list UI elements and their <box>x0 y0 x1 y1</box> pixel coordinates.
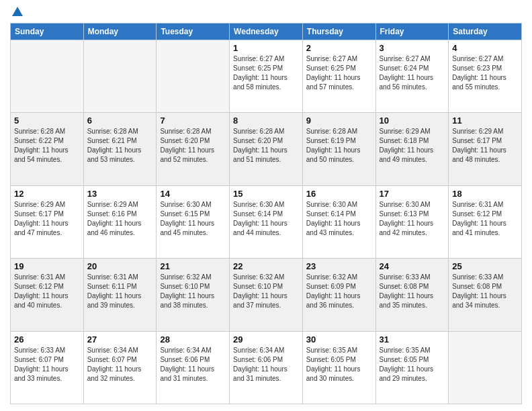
calendar-cell: 20Sunrise: 6:31 AM Sunset: 6:11 PM Dayli… <box>83 259 157 331</box>
calendar-week-row: 5Sunrise: 6:28 AM Sunset: 6:22 PM Daylig… <box>11 113 522 185</box>
day-info: Sunrise: 6:35 AM Sunset: 6:05 PM Dayligh… <box>306 346 372 383</box>
day-number: 17 <box>380 189 445 199</box>
day-number: 11 <box>452 116 518 126</box>
day-info: Sunrise: 6:32 AM Sunset: 6:10 PM Dayligh… <box>233 273 299 310</box>
calendar-cell: 19Sunrise: 6:31 AM Sunset: 6:12 PM Dayli… <box>11 259 84 331</box>
day-info: Sunrise: 6:35 AM Sunset: 6:05 PM Dayligh… <box>380 346 445 383</box>
calendar-week-row: 19Sunrise: 6:31 AM Sunset: 6:12 PM Dayli… <box>11 259 522 331</box>
day-number: 20 <box>87 261 153 271</box>
day-info: Sunrise: 6:28 AM Sunset: 6:22 PM Dayligh… <box>14 127 80 165</box>
day-info: Sunrise: 6:27 AM Sunset: 6:25 PM Dayligh… <box>306 54 372 92</box>
weekday-header-thursday: Thursday <box>302 24 375 40</box>
day-number: 16 <box>306 189 372 199</box>
logo <box>10 7 23 17</box>
calendar-cell: 25Sunrise: 6:33 AM Sunset: 6:08 PM Dayli… <box>449 259 522 331</box>
calendar-week-row: 12Sunrise: 6:29 AM Sunset: 6:17 PM Dayli… <box>11 185 522 258</box>
calendar-cell <box>157 40 230 113</box>
day-info: Sunrise: 6:30 AM Sunset: 6:15 PM Dayligh… <box>160 200 226 238</box>
calendar-cell: 11Sunrise: 6:29 AM Sunset: 6:17 PM Dayli… <box>449 113 522 185</box>
calendar-cell: 10Sunrise: 6:29 AM Sunset: 6:18 PM Dayli… <box>375 113 449 185</box>
calendar-week-row: 26Sunrise: 6:33 AM Sunset: 6:07 PM Dayli… <box>11 331 522 404</box>
day-info: Sunrise: 6:31 AM Sunset: 6:12 PM Dayligh… <box>14 273 80 310</box>
day-number: 18 <box>452 189 518 199</box>
calendar-cell: 6Sunrise: 6:28 AM Sunset: 6:21 PM Daylig… <box>83 113 157 185</box>
day-info: Sunrise: 6:28 AM Sunset: 6:21 PM Dayligh… <box>87 127 153 165</box>
weekday-header-monday: Monday <box>83 24 157 40</box>
day-info: Sunrise: 6:29 AM Sunset: 6:16 PM Dayligh… <box>87 200 153 238</box>
day-number: 6 <box>87 116 153 126</box>
calendar-cell: 1Sunrise: 6:27 AM Sunset: 6:25 PM Daylig… <box>230 40 303 113</box>
day-number: 19 <box>14 261 80 271</box>
day-info: Sunrise: 6:33 AM Sunset: 6:07 PM Dayligh… <box>14 346 80 383</box>
day-number: 12 <box>14 189 80 199</box>
day-number: 28 <box>160 334 226 345</box>
calendar-week-row: 1Sunrise: 6:27 AM Sunset: 6:25 PM Daylig… <box>11 40 522 113</box>
day-info: Sunrise: 6:34 AM Sunset: 6:07 PM Dayligh… <box>87 346 153 383</box>
calendar-cell: 30Sunrise: 6:35 AM Sunset: 6:05 PM Dayli… <box>302 331 375 404</box>
day-number: 15 <box>233 189 299 199</box>
calendar-cell: 21Sunrise: 6:32 AM Sunset: 6:10 PM Dayli… <box>157 259 230 331</box>
day-info: Sunrise: 6:31 AM Sunset: 6:12 PM Dayligh… <box>452 200 518 238</box>
calendar-cell: 9Sunrise: 6:28 AM Sunset: 6:19 PM Daylig… <box>302 113 375 185</box>
day-info: Sunrise: 6:29 AM Sunset: 6:17 PM Dayligh… <box>14 200 80 238</box>
calendar-cell: 4Sunrise: 6:27 AM Sunset: 6:23 PM Daylig… <box>449 40 522 113</box>
calendar-cell: 3Sunrise: 6:27 AM Sunset: 6:24 PM Daylig… <box>375 40 449 113</box>
weekday-header-saturday: Saturday <box>449 24 522 40</box>
calendar-cell: 14Sunrise: 6:30 AM Sunset: 6:15 PM Dayli… <box>157 185 230 258</box>
calendar-cell: 31Sunrise: 6:35 AM Sunset: 6:05 PM Dayli… <box>375 331 449 404</box>
calendar-cell: 18Sunrise: 6:31 AM Sunset: 6:12 PM Dayli… <box>449 185 522 258</box>
day-info: Sunrise: 6:30 AM Sunset: 6:14 PM Dayligh… <box>233 200 299 238</box>
calendar-cell: 22Sunrise: 6:32 AM Sunset: 6:10 PM Dayli… <box>230 259 303 331</box>
day-info: Sunrise: 6:29 AM Sunset: 6:17 PM Dayligh… <box>452 127 518 165</box>
day-number: 31 <box>380 334 445 345</box>
calendar-cell: 17Sunrise: 6:30 AM Sunset: 6:13 PM Dayli… <box>375 185 449 258</box>
logo-triangle-icon <box>12 7 23 16</box>
day-info: Sunrise: 6:30 AM Sunset: 6:14 PM Dayligh… <box>306 200 372 238</box>
calendar-cell <box>449 331 522 404</box>
day-number: 3 <box>380 43 445 53</box>
day-info: Sunrise: 6:28 AM Sunset: 6:20 PM Dayligh… <box>233 127 299 165</box>
day-info: Sunrise: 6:32 AM Sunset: 6:09 PM Dayligh… <box>306 273 372 310</box>
weekday-header-sunday: Sunday <box>11 24 84 40</box>
calendar-cell: 27Sunrise: 6:34 AM Sunset: 6:07 PM Dayli… <box>83 331 157 404</box>
calendar-cell: 29Sunrise: 6:34 AM Sunset: 6:06 PM Dayli… <box>230 331 303 404</box>
day-number: 26 <box>14 334 80 345</box>
calendar-cell: 16Sunrise: 6:30 AM Sunset: 6:14 PM Dayli… <box>302 185 375 258</box>
day-number: 9 <box>306 116 372 126</box>
day-number: 2 <box>306 43 372 53</box>
day-info: Sunrise: 6:33 AM Sunset: 6:08 PM Dayligh… <box>452 273 518 310</box>
calendar-cell: 2Sunrise: 6:27 AM Sunset: 6:25 PM Daylig… <box>302 40 375 113</box>
day-info: Sunrise: 6:34 AM Sunset: 6:06 PM Dayligh… <box>160 346 226 383</box>
day-number: 13 <box>87 189 153 199</box>
day-number: 4 <box>452 43 518 53</box>
day-number: 25 <box>452 261 518 271</box>
day-info: Sunrise: 6:31 AM Sunset: 6:11 PM Dayligh… <box>87 273 153 310</box>
calendar-cell: 24Sunrise: 6:33 AM Sunset: 6:08 PM Dayli… <box>375 259 449 331</box>
page-container: SundayMondayTuesdayWednesdayThursdayFrid… <box>0 0 532 411</box>
calendar-cell: 12Sunrise: 6:29 AM Sunset: 6:17 PM Dayli… <box>11 185 84 258</box>
day-number: 7 <box>160 116 226 126</box>
day-info: Sunrise: 6:32 AM Sunset: 6:10 PM Dayligh… <box>160 273 226 310</box>
day-number: 10 <box>380 116 445 126</box>
calendar-cell: 7Sunrise: 6:28 AM Sunset: 6:20 PM Daylig… <box>157 113 230 185</box>
weekday-header-wednesday: Wednesday <box>230 24 303 40</box>
day-number: 23 <box>306 261 372 271</box>
calendar-cell: 13Sunrise: 6:29 AM Sunset: 6:16 PM Dayli… <box>83 185 157 258</box>
day-number: 1 <box>233 43 299 53</box>
day-info: Sunrise: 6:30 AM Sunset: 6:13 PM Dayligh… <box>380 200 445 238</box>
calendar-table: SundayMondayTuesdayWednesdayThursdayFrid… <box>10 23 522 404</box>
day-info: Sunrise: 6:33 AM Sunset: 6:08 PM Dayligh… <box>380 273 445 310</box>
calendar-cell: 8Sunrise: 6:28 AM Sunset: 6:20 PM Daylig… <box>230 113 303 185</box>
weekday-header-tuesday: Tuesday <box>157 24 230 40</box>
day-number: 30 <box>306 334 372 345</box>
day-number: 29 <box>233 334 299 345</box>
day-info: Sunrise: 6:27 AM Sunset: 6:25 PM Dayligh… <box>233 54 299 92</box>
page-header <box>10 7 522 17</box>
day-number: 8 <box>233 116 299 126</box>
calendar-cell: 5Sunrise: 6:28 AM Sunset: 6:22 PM Daylig… <box>11 113 84 185</box>
calendar-cell <box>11 40 84 113</box>
calendar-cell: 28Sunrise: 6:34 AM Sunset: 6:06 PM Dayli… <box>157 331 230 404</box>
day-number: 22 <box>233 261 299 271</box>
day-number: 27 <box>87 334 153 345</box>
day-info: Sunrise: 6:27 AM Sunset: 6:23 PM Dayligh… <box>452 54 518 92</box>
